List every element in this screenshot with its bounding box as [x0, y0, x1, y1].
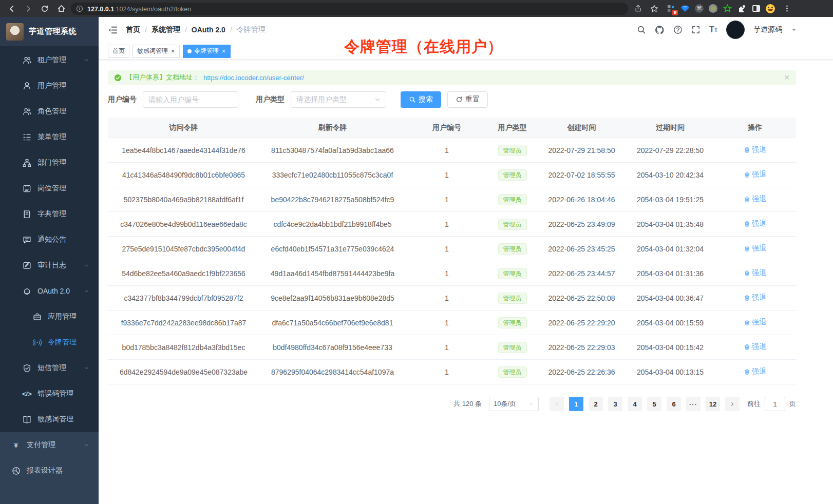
- search-button[interactable]: 搜索: [401, 91, 441, 108]
- table-body: 1ea5e44f8bc1467aaede43144f31de76811c5304…: [108, 138, 796, 384]
- user-type-cell: 管理员: [488, 194, 537, 205]
- expires-cell: 2054-03-04 19:51:25: [627, 196, 714, 204]
- username[interactable]: 芋道源码: [753, 25, 782, 34]
- pixel-extension-icon[interactable]: 9: [666, 4, 675, 13]
- next-page-button[interactable]: [725, 397, 740, 411]
- trash-icon: [744, 245, 750, 252]
- user-type-cell: 管理员: [488, 342, 537, 353]
- user-id-cell: 1: [406, 146, 488, 154]
- command-extension-icon[interactable]: ⌘: [695, 4, 704, 13]
- sidebar-item-dept[interactable]: 部门管理: [0, 150, 99, 176]
- emoji-extension-icon[interactable]: [766, 4, 775, 13]
- browser-home-icon[interactable]: [54, 2, 68, 15]
- sidebar-item-dict[interactable]: 字典管理: [0, 201, 99, 227]
- sidebar-item-user[interactable]: 用户管理: [0, 73, 99, 99]
- force-logout-button[interactable]: 强退: [744, 318, 766, 327]
- github-icon[interactable]: [655, 25, 665, 35]
- page-button-5[interactable]: 5: [647, 397, 661, 411]
- browser-forward-icon[interactable]: [22, 2, 35, 15]
- sidebar-item-tenant[interactable]: 租户管理: [0, 47, 99, 73]
- sidebar-item-oauth2-token[interactable]: 令牌管理: [0, 329, 99, 355]
- sidebar-item-pay[interactable]: ¥支付管理: [0, 432, 99, 458]
- help-icon[interactable]: [673, 25, 683, 34]
- sidebar-item-menu[interactable]: 菜单管理: [0, 124, 99, 150]
- sidebar-item-sensitive-word[interactable]: 敏感词管理: [0, 406, 99, 432]
- force-logout-button[interactable]: 强退: [744, 145, 766, 154]
- browser-reload-icon[interactable]: [38, 2, 51, 15]
- user-icon: [22, 82, 31, 90]
- tab-close-icon[interactable]: ×: [171, 48, 175, 54]
- browser-address-bar[interactable]: 127.0.0.1:1024/system/oauth2/token: [71, 3, 628, 15]
- breadcrumb-item: 令牌管理: [237, 25, 266, 34]
- site-info-icon[interactable]: [76, 5, 83, 12]
- sidebar-item-post[interactable]: 岗位管理: [0, 176, 99, 201]
- page-button-3[interactable]: 3: [608, 397, 622, 411]
- sidebar-item-oauth2-app[interactable]: 应用管理: [0, 304, 99, 329]
- page-size-select[interactable]: 10条/页: [489, 397, 539, 411]
- goto-page-input[interactable]: [765, 397, 785, 411]
- force-logout-button[interactable]: 强退: [744, 367, 766, 376]
- app-logo[interactable]: 芋道管理系统: [0, 17, 99, 46]
- refresh-cell: be90422b8c7946218275a508bf524fc9: [259, 196, 406, 204]
- tab-oauth2-token[interactable]: 令牌管理×: [183, 45, 231, 58]
- sidebar-item-report-designer[interactable]: 报表设计器: [0, 458, 99, 483]
- tab-sensitive-word[interactable]: 敏感词管理×: [132, 45, 180, 58]
- force-logout-button[interactable]: 强退: [744, 342, 766, 352]
- user-caret-icon[interactable]: [791, 27, 797, 33]
- alert-close-icon[interactable]: ✕: [784, 73, 790, 82]
- breadcrumb-item[interactable]: 首页: [126, 25, 140, 34]
- action-cell: 强退: [714, 244, 796, 254]
- reset-button[interactable]: 重置: [447, 91, 488, 108]
- tab-close-icon[interactable]: ×: [221, 48, 226, 54]
- tab-home[interactable]: 首页: [108, 45, 129, 58]
- search-icon[interactable]: [637, 25, 646, 34]
- recorder-extension-icon[interactable]: [709, 4, 717, 13]
- user-id-input[interactable]: [143, 91, 238, 108]
- star-extension-icon[interactable]: [723, 4, 732, 13]
- page-button-1[interactable]: 1: [569, 397, 583, 411]
- access-cell: 502375b8040a469a9b82188afdf6af1f: [108, 196, 259, 204]
- sidebar-item-notice[interactable]: 通知公告: [0, 227, 99, 253]
- force-logout-button[interactable]: 强退: [744, 293, 766, 302]
- breadcrumb-item[interactable]: OAuth 2.0: [192, 26, 225, 34]
- gem-extension-icon[interactable]: [680, 4, 690, 13]
- trash-icon: [744, 196, 750, 203]
- page-button-4[interactable]: 4: [628, 397, 642, 411]
- sidebar-item-oauth2[interactable]: OAuth 2.0: [0, 278, 99, 304]
- page-button-2[interactable]: 2: [589, 397, 603, 411]
- expires-cell: 2054-03-04 01:32:04: [627, 245, 714, 253]
- user-id-label: 用户编号: [108, 95, 137, 104]
- table-row: 54d6be82ee5a460a9aedc1f9bf22365649d1aa46…: [108, 261, 796, 286]
- side-panel-icon[interactable]: [751, 4, 761, 13]
- bookmark-star-icon[interactable]: [648, 2, 661, 15]
- breadcrumb-item[interactable]: 系统管理: [152, 25, 180, 34]
- user-type-select[interactable]: 请选择用户类型: [291, 91, 386, 108]
- browser-back-icon[interactable]: [5, 2, 18, 15]
- extension-tray: 9 ⌘: [664, 4, 777, 13]
- fullscreen-icon[interactable]: [691, 25, 701, 34]
- sidebar-item-error-code[interactable]: </>错误码管理: [0, 381, 99, 406]
- role-icon: [22, 107, 31, 116]
- sidebar-item-role[interactable]: 角色管理: [0, 99, 99, 124]
- avatar[interactable]: [726, 21, 745, 39]
- sidebar-item-audit-log[interactable]: 审计日志: [0, 253, 99, 278]
- force-logout-button[interactable]: 强退: [744, 195, 766, 204]
- font-size-icon[interactable]: TT: [709, 25, 717, 34]
- page-ellipsis[interactable]: ···: [686, 397, 701, 411]
- force-logout-button[interactable]: 强退: [744, 170, 766, 179]
- share-icon[interactable]: [631, 2, 645, 15]
- page-button-6[interactable]: 6: [667, 397, 681, 411]
- page-button-12[interactable]: 12: [706, 397, 720, 411]
- force-logout-button[interactable]: 强退: [744, 219, 766, 228]
- goto-label: 前往: [747, 399, 761, 409]
- active-tab-dot: [187, 49, 192, 53]
- force-logout-button[interactable]: 强退: [744, 244, 766, 253]
- browser-menu-icon[interactable]: [780, 2, 793, 15]
- force-logout-button[interactable]: 强退: [744, 268, 766, 278]
- doc-link[interactable]: https://doc.iocoder.cn/user-center/: [203, 74, 304, 82]
- sidebar-fold-icon[interactable]: [108, 25, 118, 35]
- access-cell: c342377bf8b344799dcbf7bf095287f2: [108, 294, 259, 302]
- puzzle-extension-icon[interactable]: [737, 4, 746, 13]
- sidebar-item-sms[interactable]: 短信管理: [0, 355, 99, 381]
- sidebar-item-label: 部门管理: [37, 158, 66, 167]
